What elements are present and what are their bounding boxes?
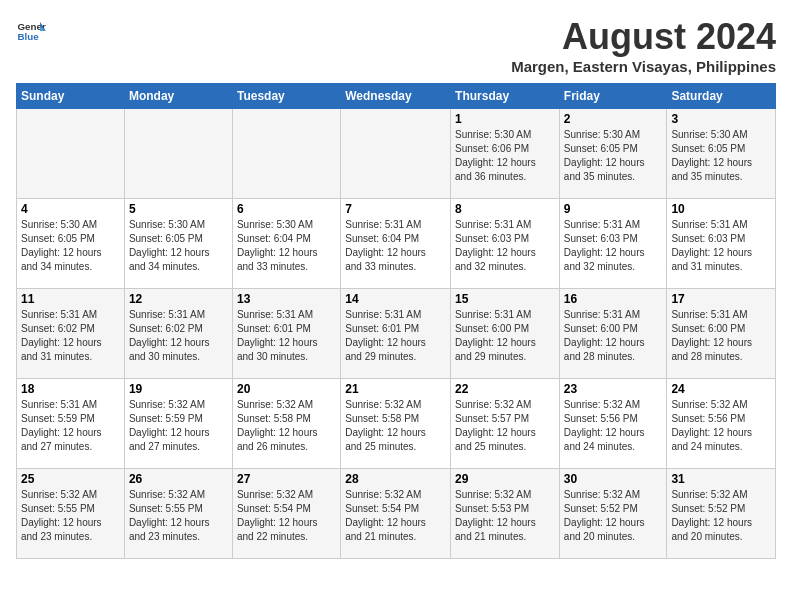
day-number: 24 xyxy=(671,382,771,396)
day-number: 11 xyxy=(21,292,120,306)
day-number: 14 xyxy=(345,292,446,306)
day-info: Sunrise: 5:31 AM Sunset: 6:01 PM Dayligh… xyxy=(237,308,336,364)
day-number: 25 xyxy=(21,472,120,486)
day-info: Sunrise: 5:32 AM Sunset: 5:52 PM Dayligh… xyxy=(671,488,771,544)
calendar-table: Sunday Monday Tuesday Wednesday Thursday… xyxy=(16,83,776,559)
day-cell: 19Sunrise: 5:32 AM Sunset: 5:59 PM Dayli… xyxy=(124,379,232,469)
day-cell: 9Sunrise: 5:31 AM Sunset: 6:03 PM Daylig… xyxy=(559,199,667,289)
day-info: Sunrise: 5:31 AM Sunset: 6:00 PM Dayligh… xyxy=(671,308,771,364)
day-number: 10 xyxy=(671,202,771,216)
day-cell: 30Sunrise: 5:32 AM Sunset: 5:52 PM Dayli… xyxy=(559,469,667,559)
day-cell: 22Sunrise: 5:32 AM Sunset: 5:57 PM Dayli… xyxy=(451,379,560,469)
week-row-2: 4Sunrise: 5:30 AM Sunset: 6:05 PM Daylig… xyxy=(17,199,776,289)
day-cell: 18Sunrise: 5:31 AM Sunset: 5:59 PM Dayli… xyxy=(17,379,125,469)
day-cell: 11Sunrise: 5:31 AM Sunset: 6:02 PM Dayli… xyxy=(17,289,125,379)
day-cell xyxy=(232,109,340,199)
col-friday: Friday xyxy=(559,84,667,109)
day-cell: 31Sunrise: 5:32 AM Sunset: 5:52 PM Dayli… xyxy=(667,469,776,559)
day-number: 27 xyxy=(237,472,336,486)
day-number: 7 xyxy=(345,202,446,216)
day-info: Sunrise: 5:31 AM Sunset: 6:00 PM Dayligh… xyxy=(564,308,663,364)
day-info: Sunrise: 5:32 AM Sunset: 5:56 PM Dayligh… xyxy=(564,398,663,454)
day-number: 16 xyxy=(564,292,663,306)
day-info: Sunrise: 5:32 AM Sunset: 5:52 PM Dayligh… xyxy=(564,488,663,544)
calendar-body: 1Sunrise: 5:30 AM Sunset: 6:06 PM Daylig… xyxy=(17,109,776,559)
day-number: 23 xyxy=(564,382,663,396)
day-info: Sunrise: 5:32 AM Sunset: 5:54 PM Dayligh… xyxy=(345,488,446,544)
day-number: 8 xyxy=(455,202,555,216)
day-cell: 5Sunrise: 5:30 AM Sunset: 6:05 PM Daylig… xyxy=(124,199,232,289)
day-number: 5 xyxy=(129,202,228,216)
day-number: 3 xyxy=(671,112,771,126)
day-info: Sunrise: 5:30 AM Sunset: 6:05 PM Dayligh… xyxy=(21,218,120,274)
day-number: 1 xyxy=(455,112,555,126)
day-number: 13 xyxy=(237,292,336,306)
day-cell: 3Sunrise: 5:30 AM Sunset: 6:05 PM Daylig… xyxy=(667,109,776,199)
day-number: 29 xyxy=(455,472,555,486)
week-row-5: 25Sunrise: 5:32 AM Sunset: 5:55 PM Dayli… xyxy=(17,469,776,559)
day-info: Sunrise: 5:32 AM Sunset: 5:58 PM Dayligh… xyxy=(345,398,446,454)
day-number: 22 xyxy=(455,382,555,396)
day-info: Sunrise: 5:31 AM Sunset: 6:02 PM Dayligh… xyxy=(21,308,120,364)
col-saturday: Saturday xyxy=(667,84,776,109)
day-info: Sunrise: 5:32 AM Sunset: 5:58 PM Dayligh… xyxy=(237,398,336,454)
day-info: Sunrise: 5:32 AM Sunset: 5:59 PM Dayligh… xyxy=(129,398,228,454)
day-info: Sunrise: 5:30 AM Sunset: 6:05 PM Dayligh… xyxy=(671,128,771,184)
day-info: Sunrise: 5:31 AM Sunset: 6:01 PM Dayligh… xyxy=(345,308,446,364)
col-monday: Monday xyxy=(124,84,232,109)
calendar-subtitle: Margen, Eastern Visayas, Philippines xyxy=(511,58,776,75)
day-cell: 23Sunrise: 5:32 AM Sunset: 5:56 PM Dayli… xyxy=(559,379,667,469)
day-number: 20 xyxy=(237,382,336,396)
day-cell: 7Sunrise: 5:31 AM Sunset: 6:04 PM Daylig… xyxy=(341,199,451,289)
day-info: Sunrise: 5:31 AM Sunset: 6:04 PM Dayligh… xyxy=(345,218,446,274)
day-cell: 29Sunrise: 5:32 AM Sunset: 5:53 PM Dayli… xyxy=(451,469,560,559)
day-number: 12 xyxy=(129,292,228,306)
day-number: 21 xyxy=(345,382,446,396)
day-cell: 16Sunrise: 5:31 AM Sunset: 6:00 PM Dayli… xyxy=(559,289,667,379)
day-info: Sunrise: 5:32 AM Sunset: 5:57 PM Dayligh… xyxy=(455,398,555,454)
day-number: 6 xyxy=(237,202,336,216)
day-info: Sunrise: 5:31 AM Sunset: 6:03 PM Dayligh… xyxy=(455,218,555,274)
day-cell: 26Sunrise: 5:32 AM Sunset: 5:55 PM Dayli… xyxy=(124,469,232,559)
day-cell: 13Sunrise: 5:31 AM Sunset: 6:01 PM Dayli… xyxy=(232,289,340,379)
day-cell: 15Sunrise: 5:31 AM Sunset: 6:00 PM Dayli… xyxy=(451,289,560,379)
day-number: 17 xyxy=(671,292,771,306)
col-wednesday: Wednesday xyxy=(341,84,451,109)
day-info: Sunrise: 5:30 AM Sunset: 6:05 PM Dayligh… xyxy=(129,218,228,274)
day-cell xyxy=(341,109,451,199)
day-number: 9 xyxy=(564,202,663,216)
day-info: Sunrise: 5:30 AM Sunset: 6:05 PM Dayligh… xyxy=(564,128,663,184)
day-cell xyxy=(17,109,125,199)
day-number: 15 xyxy=(455,292,555,306)
calendar-title: August 2024 xyxy=(511,16,776,58)
header: General Blue August 2024 Margen, Eastern… xyxy=(16,16,776,75)
day-cell: 12Sunrise: 5:31 AM Sunset: 6:02 PM Dayli… xyxy=(124,289,232,379)
day-number: 18 xyxy=(21,382,120,396)
day-cell: 25Sunrise: 5:32 AM Sunset: 5:55 PM Dayli… xyxy=(17,469,125,559)
week-row-3: 11Sunrise: 5:31 AM Sunset: 6:02 PM Dayli… xyxy=(17,289,776,379)
day-number: 30 xyxy=(564,472,663,486)
day-cell: 20Sunrise: 5:32 AM Sunset: 5:58 PM Dayli… xyxy=(232,379,340,469)
day-number: 28 xyxy=(345,472,446,486)
day-number: 26 xyxy=(129,472,228,486)
day-info: Sunrise: 5:30 AM Sunset: 6:06 PM Dayligh… xyxy=(455,128,555,184)
calendar-header: Sunday Monday Tuesday Wednesday Thursday… xyxy=(17,84,776,109)
col-thursday: Thursday xyxy=(451,84,560,109)
day-info: Sunrise: 5:31 AM Sunset: 6:03 PM Dayligh… xyxy=(564,218,663,274)
header-row: Sunday Monday Tuesday Wednesday Thursday… xyxy=(17,84,776,109)
week-row-4: 18Sunrise: 5:31 AM Sunset: 5:59 PM Dayli… xyxy=(17,379,776,469)
day-info: Sunrise: 5:32 AM Sunset: 5:56 PM Dayligh… xyxy=(671,398,771,454)
day-cell: 4Sunrise: 5:30 AM Sunset: 6:05 PM Daylig… xyxy=(17,199,125,289)
day-cell: 21Sunrise: 5:32 AM Sunset: 5:58 PM Dayli… xyxy=(341,379,451,469)
day-cell: 14Sunrise: 5:31 AM Sunset: 6:01 PM Dayli… xyxy=(341,289,451,379)
day-info: Sunrise: 5:32 AM Sunset: 5:54 PM Dayligh… xyxy=(237,488,336,544)
day-cell: 28Sunrise: 5:32 AM Sunset: 5:54 PM Dayli… xyxy=(341,469,451,559)
logo: General Blue xyxy=(16,16,46,46)
day-info: Sunrise: 5:31 AM Sunset: 6:03 PM Dayligh… xyxy=(671,218,771,274)
day-cell: 27Sunrise: 5:32 AM Sunset: 5:54 PM Dayli… xyxy=(232,469,340,559)
day-info: Sunrise: 5:31 AM Sunset: 6:02 PM Dayligh… xyxy=(129,308,228,364)
day-cell: 24Sunrise: 5:32 AM Sunset: 5:56 PM Dayli… xyxy=(667,379,776,469)
day-info: Sunrise: 5:30 AM Sunset: 6:04 PM Dayligh… xyxy=(237,218,336,274)
day-number: 2 xyxy=(564,112,663,126)
logo-icon: General Blue xyxy=(16,16,46,46)
